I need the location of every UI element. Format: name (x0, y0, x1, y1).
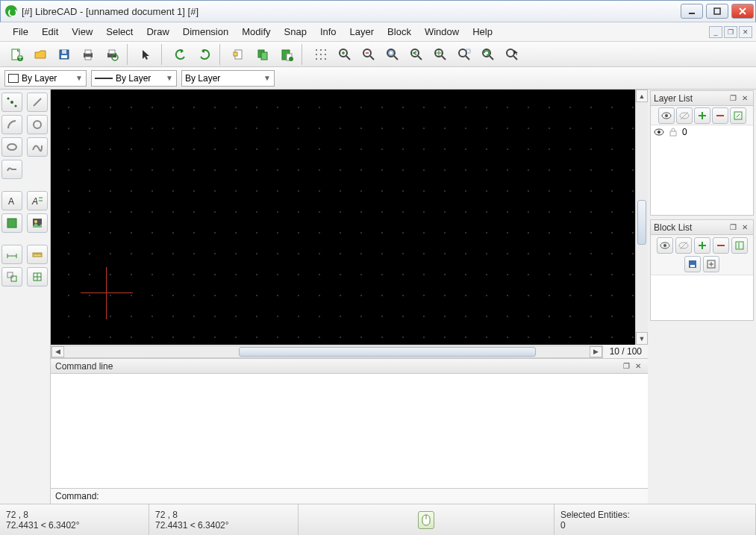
tool-point[interactable] (1, 93, 22, 112)
scroll-thumb[interactable] (637, 200, 646, 245)
save-button[interactable] (53, 44, 75, 65)
scroll-right-icon[interactable]: ▶ (590, 346, 602, 357)
zoom-previous-button[interactable] (405, 44, 428, 65)
canvas[interactable] (51, 90, 635, 345)
svg-line-49 (466, 56, 469, 60)
open-button[interactable] (29, 44, 51, 65)
linewidth-icon (95, 78, 113, 79)
print-preview-button[interactable] (101, 44, 123, 65)
layer-show-all-button[interactable] (658, 107, 675, 124)
menu-dimension[interactable]: Dimension (176, 24, 235, 40)
svg-point-57 (15, 105, 17, 107)
layer-list-panel: Layer List ❐ ✕ 0 (650, 90, 754, 216)
pointer-button[interactable] (135, 44, 157, 65)
grid-toggle-button[interactable] (310, 44, 332, 65)
new-button[interactable]: + (5, 44, 28, 65)
horizontal-scrollbar[interactable]: ◀ ▶ (51, 345, 603, 358)
scroll-left-icon[interactable]: ◀ (51, 346, 64, 357)
block-remove-button[interactable] (713, 237, 729, 254)
zoom-out-button[interactable] (357, 44, 380, 65)
mdi-minimize-button[interactable]: _ (709, 26, 722, 38)
block-list-body[interactable] (651, 275, 753, 320)
block-insert-button[interactable] (703, 256, 719, 272)
zoom-in-button[interactable] (334, 44, 356, 65)
close-icon[interactable]: ✕ (740, 93, 750, 104)
undock-icon[interactable]: ❐ (621, 361, 631, 372)
vertical-scrollbar[interactable]: ▲ ▼ (635, 90, 648, 345)
scroll-down-icon[interactable]: ▼ (636, 332, 648, 345)
menu-info[interactable]: Info (313, 24, 343, 40)
menu-window[interactable]: Window (418, 24, 466, 40)
menu-select[interactable]: Select (99, 24, 140, 40)
svg-line-43 (418, 56, 422, 60)
print-button[interactable] (77, 44, 99, 65)
menu-file[interactable]: File (6, 24, 35, 40)
copy-button[interactable] (252, 44, 274, 65)
menu-modify[interactable]: Modify (235, 24, 277, 40)
width-combo[interactable]: By Layer ▼ (91, 70, 177, 87)
zoom-pan-button[interactable] (429, 44, 452, 65)
mdi-restore-button[interactable]: ❐ (724, 26, 737, 38)
scroll-thumb[interactable] (239, 347, 536, 357)
zoom-window-button[interactable] (453, 44, 475, 65)
tool-line[interactable] (27, 93, 48, 112)
status-sel-label: Selected Entities: (560, 510, 749, 520)
linetype-combo[interactable]: By Layer ▼ (181, 70, 275, 87)
tool-text[interactable]: A (1, 191, 22, 210)
zoom-auto-button[interactable] (381, 44, 404, 65)
tool-spline[interactable] (27, 137, 48, 157)
svg-text:A: A (31, 196, 38, 207)
zoom-select-button[interactable] (501, 44, 523, 65)
menu-edit[interactable]: Edit (35, 24, 65, 40)
tool-circle[interactable] (27, 115, 48, 134)
tool-ellipse[interactable] (1, 137, 22, 157)
tool-mtext[interactable]: A (27, 191, 48, 210)
undock-icon[interactable]: ❐ (728, 93, 738, 104)
mdi-close-button[interactable]: ✕ (739, 26, 752, 38)
menu-snap[interactable]: Snap (278, 24, 313, 40)
block-show-all-button[interactable] (657, 237, 673, 254)
redo-button[interactable] (193, 44, 216, 65)
zoom-redraw-button[interactable] (477, 44, 499, 65)
block-hide-all-button[interactable] (675, 237, 692, 254)
tool-modify[interactable] (1, 267, 22, 287)
tool-arc[interactable] (1, 115, 22, 134)
menu-view[interactable]: View (65, 24, 99, 40)
svg-point-55 (10, 101, 13, 104)
tool-dimension[interactable] (1, 245, 22, 264)
layer-hide-all-button[interactable] (676, 107, 693, 124)
close-icon[interactable]: ✕ (633, 361, 643, 372)
menu-help[interactable]: Help (466, 24, 499, 40)
chevron-down-icon: ▼ (161, 74, 173, 82)
layer-row[interactable]: 0 (651, 125, 753, 139)
command-history[interactable] (51, 374, 648, 489)
scroll-up-icon[interactable]: ▲ (636, 90, 648, 102)
menu-layer[interactable]: Layer (343, 24, 381, 40)
paste-button[interactable] (275, 44, 298, 65)
close-icon[interactable]: ✕ (740, 222, 750, 233)
maximize-button[interactable] (706, 4, 728, 19)
block-add-button[interactable] (694, 237, 710, 254)
close-button[interactable] (731, 4, 754, 19)
layer-remove-button[interactable] (712, 107, 728, 124)
layer-edit-button[interactable] (730, 107, 746, 124)
cut-button[interactable] (228, 44, 250, 65)
block-edit-button[interactable] (731, 237, 748, 254)
undo-button[interactable] (169, 44, 192, 65)
minimize-button[interactable] (681, 4, 703, 19)
grid-dots (51, 90, 635, 345)
tool-measure[interactable] (27, 245, 48, 264)
tool-image[interactable] (27, 213, 48, 233)
tool-polyline[interactable] (1, 160, 22, 179)
block-save-button[interactable] (684, 256, 701, 272)
color-combo[interactable]: By Layer ▼ (4, 70, 87, 87)
toolbar-separator (302, 44, 306, 65)
tool-block[interactable] (27, 267, 48, 287)
menu-block[interactable]: Block (381, 24, 418, 40)
svg-rect-19 (261, 52, 267, 60)
command-input[interactable] (102, 491, 643, 501)
menu-draw[interactable]: Draw (140, 24, 175, 40)
undock-icon[interactable]: ❐ (728, 222, 738, 233)
tool-hatch[interactable] (1, 213, 22, 233)
layer-add-button[interactable] (694, 107, 710, 124)
